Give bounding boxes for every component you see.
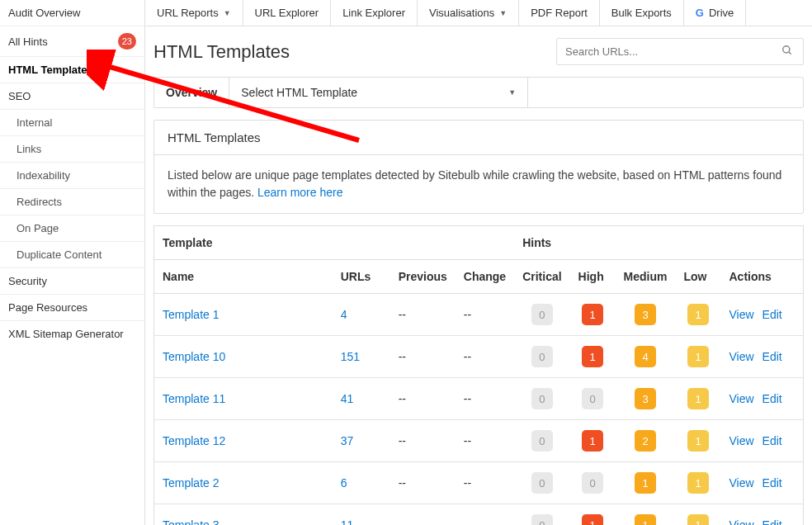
previous-cell: -- — [390, 336, 456, 378]
hint-low-badge: 1 — [687, 514, 709, 525]
template-select-label: Select HTML Template — [241, 86, 357, 99]
sidebar-item-xml-sitemap-generator[interactable]: XML Sitemap Generator — [0, 320, 144, 347]
urls-link[interactable]: 11 — [341, 518, 354, 525]
col-low: Low — [676, 260, 721, 294]
edit-link[interactable]: Edit — [762, 392, 782, 405]
previous-cell: -- — [390, 462, 456, 504]
table-group-row: Template Hints — [154, 226, 804, 260]
sidebar-item-label: Internal — [17, 116, 52, 129]
change-cell: -- — [456, 294, 514, 336]
search-button[interactable] — [772, 39, 803, 64]
hint-medium-badge: 3 — [635, 388, 656, 409]
edit-link[interactable]: Edit — [762, 350, 782, 363]
panel-body: Listed below are unique page templates d… — [154, 155, 803, 213]
content: HTML Templates Overview Select HTML Temp… — [145, 26, 812, 525]
panel-title: HTML Templates — [154, 121, 803, 155]
change-cell: -- — [456, 378, 514, 420]
view-link[interactable]: View — [729, 434, 754, 447]
topnav-drive[interactable]: GDrive — [684, 0, 746, 26]
tab-overview[interactable]: Overview — [154, 78, 229, 107]
sidebar-item-duplicate-content[interactable]: Duplicate Content — [0, 241, 144, 267]
change-cell: -- — [456, 336, 514, 378]
edit-link[interactable]: Edit — [762, 308, 782, 321]
hint-high-badge: 1 — [582, 514, 603, 525]
search-input[interactable] — [557, 39, 772, 64]
topnav-label: URL Reports — [157, 7, 219, 19]
urls-link[interactable]: 37 — [341, 434, 354, 447]
urls-link[interactable]: 41 — [341, 392, 354, 405]
topnav-url-reports[interactable]: URL Reports▼ — [145, 0, 243, 26]
group-empty — [721, 226, 804, 260]
tabset: Overview Select HTML Template ▼ — [153, 77, 804, 108]
hint-high-badge: 1 — [582, 430, 603, 452]
urls-link[interactable]: 4 — [341, 308, 347, 321]
sidebar-item-label: Page Resources — [8, 301, 87, 314]
view-link[interactable]: View — [729, 392, 754, 405]
template-name-link[interactable]: Template 10 — [163, 350, 225, 363]
table-row: Template 10151----0141ViewEdit — [154, 336, 804, 378]
view-link[interactable]: View — [729, 308, 754, 321]
learn-more-link[interactable]: Learn more here — [257, 186, 343, 199]
topnav-label: Drive — [709, 7, 734, 19]
hint-medium-badge: 1 — [635, 472, 656, 494]
view-link[interactable]: View — [729, 518, 754, 525]
topnav-label: Visualisations — [429, 7, 494, 19]
sidebar-item-links[interactable]: Links — [0, 135, 144, 162]
sidebar-item-security[interactable]: Security — [0, 267, 144, 294]
template-name-link[interactable]: Template 12 — [163, 434, 225, 447]
hint-high-badge: 0 — [582, 472, 603, 494]
edit-link[interactable]: Edit — [762, 476, 782, 490]
topnav-pdf-report[interactable]: PDF Report — [519, 0, 600, 26]
group-template: Template — [154, 226, 515, 260]
topnav-visualisations[interactable]: Visualisations▼ — [418, 0, 519, 26]
group-hints: Hints — [514, 226, 720, 260]
template-name-link[interactable]: Template 1 — [163, 308, 219, 321]
col-high: High — [570, 260, 616, 294]
hint-high-badge: 1 — [582, 304, 603, 325]
topnav-url-explorer[interactable]: URL Explorer — [243, 0, 332, 26]
view-link[interactable]: View — [729, 476, 754, 490]
template-name-link[interactable]: Template 3 — [163, 518, 219, 525]
topnav-link-explorer[interactable]: Link Explorer — [331, 0, 418, 26]
template-name-link[interactable]: Template 11 — [163, 392, 225, 405]
topnav-label: Link Explorer — [342, 7, 405, 19]
topnav: URL Reports▼URL ExplorerLink ExplorerVis… — [145, 0, 812, 26]
sidebar-item-html-templates[interactable]: HTML Templates — [0, 56, 144, 83]
hint-critical-badge: 0 — [531, 388, 553, 409]
sidebar-item-on-page[interactable]: On Page — [0, 215, 144, 241]
hint-count-badge: 23 — [118, 33, 136, 50]
urls-link[interactable]: 6 — [341, 476, 347, 490]
template-name-link[interactable]: Template 2 — [163, 476, 219, 490]
topnav-bulk-exports[interactable]: Bulk Exports — [600, 0, 684, 26]
previous-cell: -- — [390, 504, 456, 526]
sidebar-item-internal[interactable]: Internal — [0, 109, 144, 135]
sidebar-item-label: Redirects — [17, 196, 62, 208]
google-g-icon: G — [696, 7, 704, 19]
hint-medium-badge: 2 — [635, 430, 656, 452]
topnav-label: PDF Report — [531, 7, 588, 19]
hint-low-badge: 1 — [687, 346, 709, 367]
sidebar-item-redirects[interactable]: Redirects — [0, 188, 144, 215]
sidebar-item-label: On Page — [17, 222, 59, 234]
sidebar-item-label: XML Sitemap Generator — [8, 328, 124, 340]
col-medium: Medium — [616, 260, 676, 294]
template-select[interactable]: Select HTML Template ▼ — [229, 78, 528, 107]
table-row: Template 14----0131ViewEdit — [154, 294, 804, 336]
edit-link[interactable]: Edit — [762, 434, 782, 447]
search-wrap — [556, 38, 804, 65]
hint-medium-badge: 1 — [635, 514, 656, 525]
sidebar-item-seo[interactable]: SEO — [0, 83, 144, 109]
change-cell: -- — [456, 504, 514, 526]
hint-low-badge: 1 — [687, 388, 709, 409]
edit-link[interactable]: Edit — [762, 518, 782, 525]
urls-link[interactable]: 151 — [341, 350, 360, 363]
caret-down-icon: ▼ — [499, 9, 507, 17]
col-change: Change — [456, 260, 514, 294]
sidebar-item-label: Duplicate Content — [17, 248, 102, 261]
sidebar-item-all-hints[interactable]: All Hints23 — [0, 26, 144, 56]
sidebar-item-indexability[interactable]: Indexability — [0, 162, 144, 188]
info-panel: HTML Templates Listed below are unique p… — [153, 120, 804, 214]
hint-critical-badge: 0 — [531, 346, 553, 367]
view-link[interactable]: View — [729, 350, 754, 363]
sidebar-item-page-resources[interactable]: Page Resources — [0, 294, 144, 320]
